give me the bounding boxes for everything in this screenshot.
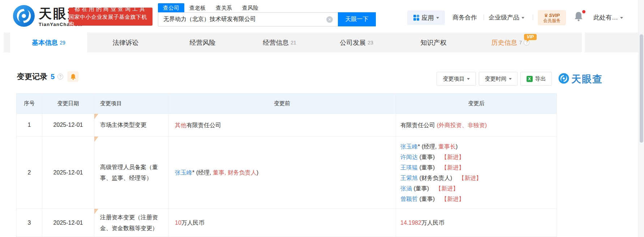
text-segment: (董事)	[418, 154, 435, 160]
change-detail-line: 其他有限责任公司	[175, 120, 391, 130]
person-link[interactable]: 许闻达	[400, 154, 418, 160]
search-tab-risk[interactable]: 查风险	[237, 3, 263, 12]
divider	[484, 14, 484, 21]
apps-label: 应用	[422, 14, 434, 22]
svip-membership-button[interactable]: ♛SVIP 会员服务	[538, 10, 566, 25]
tab-label: 公司发展	[340, 38, 366, 47]
nav-enterprise-products[interactable]: 企业级产品	[489, 13, 524, 22]
cell-index: 2	[17, 137, 42, 209]
cell-change-item: 注册资本变更（注册资金、资金数额等变更）	[94, 209, 168, 237]
crown-icon: ♛	[544, 13, 548, 18]
chevron-down-icon	[436, 17, 439, 19]
search-tab-boss[interactable]: 查老板	[184, 3, 211, 12]
column-header: 变更项目	[94, 94, 168, 114]
new-entry-tag: 【新进】	[441, 164, 464, 171]
table-row: 32025-12-01注册资本变更（注册资金、资金数额等变更）10万人民币14.…	[17, 209, 557, 237]
promo-banner: 都在用的商业查询工具 国家中小企业发展子基金旗下机构	[69, 8, 153, 26]
chevron-down-icon	[467, 78, 470, 80]
apps-grid-icon	[413, 15, 419, 21]
cell-change-date: 2025-12-01	[42, 209, 94, 237]
notification-bell-icon[interactable]	[574, 11, 585, 23]
search-tab-relation[interactable]: 查关系	[211, 3, 237, 12]
promo-line1: 都在用的商业查询工具	[74, 6, 147, 13]
promo-line2: 国家中小企业发展子基金旗下机构	[69, 14, 153, 27]
person-link[interactable]: 张涵	[400, 185, 412, 191]
search-button[interactable]: 天眼一下	[338, 12, 376, 26]
cell-before: 10万人民币	[168, 209, 396, 237]
cell-change-item: 市场主体类型变更	[94, 114, 168, 137]
new-entry-tag: 【新进】	[459, 175, 482, 181]
cell-change-item: 高级管理人员备案（董事、监事、经理等）	[94, 137, 168, 209]
subscribe-bell-button[interactable]	[68, 71, 78, 82]
text-segment: 董事长	[438, 143, 456, 150]
text-segment: 万人民币	[181, 220, 205, 226]
text-segment: 10	[175, 220, 181, 226]
change-detail-line: 张涵 (董事)【新进】	[400, 183, 551, 194]
text-segment: 14.1982	[400, 220, 421, 226]
change-detail-line: 10万人民币	[175, 217, 391, 228]
change-detail-line: 王紫旭 (财务负责人)【新进】	[400, 173, 551, 183]
notification-dot	[582, 10, 585, 13]
table-header-row: 序号变更日期变更项目变更前变更后	[17, 94, 557, 114]
tab-count: 7	[519, 40, 522, 46]
tab-count: 29	[60, 40, 65, 46]
clear-search-icon[interactable]: ✕	[326, 16, 333, 23]
person-link[interactable]: 王瑛韫	[400, 164, 418, 171]
tab-operation-risk[interactable]: 经营风险	[164, 33, 241, 52]
search-tab-company[interactable]: 查公司	[158, 3, 184, 12]
text-segment: 万人民币	[421, 220, 445, 226]
nav-more-account[interactable]: 此处有…	[593, 13, 623, 22]
tab-label: 法律诉讼	[113, 38, 139, 47]
text-segment: )	[257, 169, 258, 176]
help-icon[interactable]: ?	[57, 74, 63, 79]
tab-label: 经营风险	[190, 38, 216, 47]
company-tab-bar: 基本信息29法律诉讼经营风险经营信息21公司发展23知识产权历史信息7?VIP	[4, 33, 582, 52]
chevron-down-icon	[521, 17, 524, 19]
tab-company-dev[interactable]: 公司发展23	[318, 33, 395, 52]
table-row: 12025-12-01市场主体类型变更其他有限责任公司有限责任公司 (外商投资、…	[17, 114, 557, 137]
person-link[interactable]: 曾颖哲	[400, 196, 418, 202]
tianyancha-logo-icon	[13, 5, 35, 29]
filter-change-item-dropdown[interactable]: 变更项目	[437, 72, 476, 86]
change-detail-line: 许闻达 (董事)【新进】	[400, 152, 551, 162]
new-entry-tag: 【新进】	[435, 185, 459, 191]
column-header: 变更日期	[42, 94, 94, 114]
vertical-scrollbar[interactable]	[638, 0, 644, 237]
tab-history[interactable]: 历史信息7?VIP	[472, 33, 549, 52]
change-detail-line: 有限责任公司 (外商投资、非独资)	[400, 120, 551, 130]
table-row: 22025-12-01高级管理人员备案（董事、监事、经理等）张玉峰* (经理, …	[17, 137, 557, 209]
export-button[interactable]: 导出	[520, 72, 552, 86]
text-segment: )	[456, 143, 458, 150]
top-header: 天眼查 TianYanCha.com 都在用的商业查询工具 国家中小企业发展子基…	[0, 0, 644, 33]
tab-operation-info[interactable]: 经营信息21	[241, 33, 318, 52]
apps-menu[interactable]: 应用	[407, 10, 445, 25]
section-title: 变更记录	[17, 72, 47, 82]
tab-label: 历史信息	[491, 38, 518, 47]
text-segment: (董事)	[418, 196, 435, 202]
change-detail-line: 张玉峰* (经理, 董事, 财务负责人)	[175, 167, 391, 178]
text-segment: (财务负责人)	[418, 175, 452, 181]
cell-after: 有限责任公司 (外商投资、非独资)	[396, 114, 557, 137]
search-input[interactable]	[158, 12, 338, 26]
section-count: 5	[51, 73, 55, 81]
nav-business-cooperation[interactable]: 商务合作	[452, 13, 477, 22]
scrollbar-thumb[interactable]	[640, 34, 643, 143]
tab-label: 经营信息	[263, 38, 289, 47]
tab-count: 23	[368, 40, 373, 46]
filter-change-time-dropdown[interactable]: 变更时间	[479, 72, 518, 86]
person-link[interactable]: 张玉峰	[400, 143, 418, 150]
change-records-table: 序号变更日期变更项目变更前变更后 12025-12-01市场主体类型变更其他有限…	[16, 93, 557, 237]
text-segment: * (经理,	[192, 169, 213, 176]
cell-before: 其他有限责任公司	[168, 114, 396, 137]
text-segment: * (经理,	[418, 143, 438, 150]
divider	[533, 14, 533, 21]
cell-index: 1	[17, 114, 42, 137]
tab-label: 知识产权	[421, 38, 447, 47]
person-link[interactable]: 张玉峰	[175, 169, 192, 176]
person-link[interactable]: 王紫旭	[400, 175, 418, 181]
change-detail-line: 14.1982万人民币	[400, 217, 551, 228]
tab-ip[interactable]: 知识产权	[395, 33, 472, 52]
tab-legal[interactable]: 法律诉讼	[87, 33, 164, 52]
tab-basic-info[interactable]: 基本信息29	[10, 33, 87, 52]
chevron-down-icon	[509, 78, 512, 80]
